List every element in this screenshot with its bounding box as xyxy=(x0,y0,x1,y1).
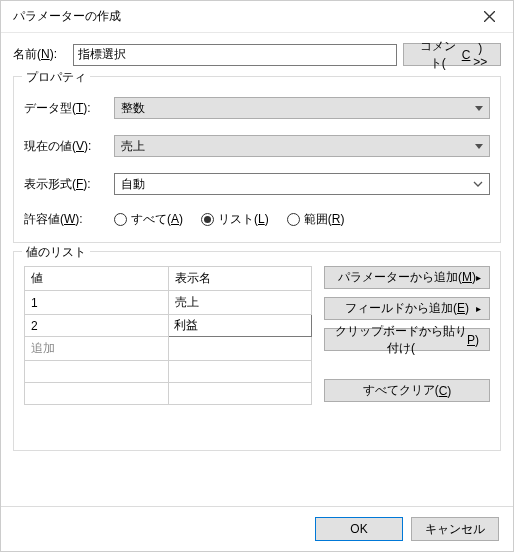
allowed-range-radio[interactable]: 範囲(R) xyxy=(287,211,345,228)
chevron-down-icon xyxy=(475,144,483,149)
allowed-values-label: 許容値(W): xyxy=(24,211,114,228)
table-row[interactable] xyxy=(25,383,312,405)
dialog-footer: OK キャンセル xyxy=(1,506,513,551)
table-add-row[interactable]: 追加 xyxy=(25,337,312,361)
close-button[interactable] xyxy=(473,1,505,33)
value-list-legend: 値のリスト xyxy=(22,244,90,261)
current-value-select[interactable]: 売上 xyxy=(114,135,490,157)
display-format-select[interactable]: 自動 xyxy=(114,173,490,195)
close-icon xyxy=(484,11,495,22)
col-value-header[interactable]: 値 xyxy=(25,267,169,291)
radio-icon xyxy=(114,213,127,226)
name-input[interactable] xyxy=(73,44,397,66)
table-row[interactable]: 1 売上 xyxy=(25,291,312,315)
dialog-title: パラメーターの作成 xyxy=(13,8,473,25)
ok-button[interactable]: OK xyxy=(315,517,403,541)
radio-icon xyxy=(287,213,300,226)
allowed-list-radio[interactable]: リスト(L) xyxy=(201,211,269,228)
allowed-all-radio[interactable]: すべて(A) xyxy=(114,211,183,228)
display-name-editing-cell[interactable]: 利益 xyxy=(168,315,312,337)
name-label: 名前(N): xyxy=(13,46,73,63)
titlebar: パラメーターの作成 xyxy=(1,1,513,33)
cancel-button[interactable]: キャンセル xyxy=(411,517,499,541)
add-from-field-button[interactable]: フィールドから追加(E)▸ xyxy=(324,297,490,320)
table-row[interactable] xyxy=(25,361,312,383)
datatype-label: データ型(T): xyxy=(24,100,114,117)
properties-legend: プロパティ xyxy=(22,69,90,86)
datatype-select[interactable]: 整数 xyxy=(114,97,490,119)
chevron-down-icon xyxy=(475,106,483,111)
arrow-right-icon: ▸ xyxy=(476,303,481,314)
create-parameter-dialog: パラメーターの作成 名前(N): コメント(C) >> プロパティ データ型(T… xyxy=(0,0,514,552)
properties-group: プロパティ データ型(T): 整数 現在の値(V): 売上 表示形式(F): 自… xyxy=(13,76,501,243)
arrow-right-icon: ▸ xyxy=(476,272,481,283)
paste-from-clipboard-button[interactable]: クリップボードから貼り付け(P) xyxy=(324,328,490,351)
value-list-table[interactable]: 値 表示名 1 売上 2 利益 追加 xyxy=(24,266,312,405)
current-value-label: 現在の値(V): xyxy=(24,138,114,155)
comment-button[interactable]: コメント(C) >> xyxy=(403,43,501,66)
add-from-parameter-button[interactable]: パラメーターから追加(M)▸ xyxy=(324,266,490,289)
display-format-label: 表示形式(F): xyxy=(24,176,114,193)
value-list-group: 値のリスト 値 表示名 1 売上 2 利益 xyxy=(13,251,501,451)
table-row[interactable]: 2 利益 xyxy=(25,315,312,337)
col-display-header[interactable]: 表示名 xyxy=(168,267,312,291)
clear-all-button[interactable]: すべてクリア(C) xyxy=(324,379,490,402)
chevron-down-icon xyxy=(473,179,483,189)
radio-icon xyxy=(201,213,214,226)
